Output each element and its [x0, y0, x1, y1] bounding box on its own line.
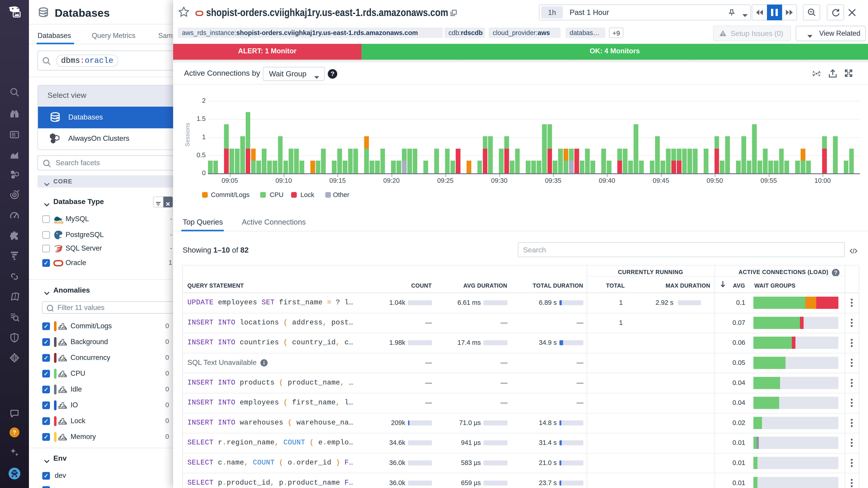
svg-text:MySQL: MySQL — [54, 221, 63, 224]
svg-text:?: ? — [13, 429, 16, 436]
